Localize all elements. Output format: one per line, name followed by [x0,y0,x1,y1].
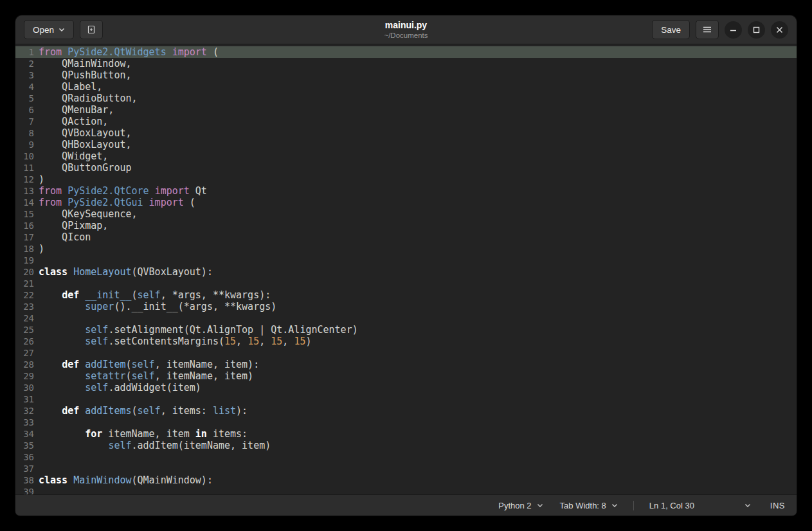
code-line[interactable]: 8 QVBoxLayout, [15,127,797,139]
line-number: 20 [15,266,39,278]
code-text: self.addWidget(item) [39,382,797,393]
line-number: 29 [15,370,39,382]
code-line[interactable]: 13from PySide2.QtCore import Qt [15,185,797,197]
menu-button[interactable] [696,20,719,39]
code-line[interactable]: 39 [15,486,797,494]
code-line[interactable]: 10 QWidget, [15,150,797,162]
code-line[interactable]: 2 QMainWindow, [15,58,797,69]
new-document-icon [86,24,96,35]
code-line[interactable]: 33 [15,417,797,428]
hamburger-menu-icon [702,24,712,35]
line-number: 26 [15,336,39,347]
code-line[interactable]: 15 QKeySequence, [15,208,797,220]
code-line[interactable]: 22 def __init__(self, *args, **kwargs): [15,289,797,301]
close-button[interactable] [771,21,788,39]
tab-width-selector[interactable]: Tab Width: 8 [559,498,619,513]
code-line[interactable]: 3 QPushButton, [15,69,797,81]
code-line[interactable]: 34 for itemName, item in items: [15,428,797,440]
code-line[interactable]: 18) [15,243,797,255]
code-line[interactable]: 28 def addItem(self, itemName, item): [15,359,797,370]
open-button[interactable]: Open [24,20,74,39]
code-line-current[interactable]: 1from PySide2.QtWidgets import ( [15,46,797,58]
code-line[interactable]: 32 def addItems(self, items: list): [15,405,797,417]
line-number: 2 [15,58,39,69]
code-line[interactable]: 6 QMenuBar, [15,104,797,116]
code-text: from PySide2.QtCore import Qt [39,185,797,197]
line-number: 19 [15,255,39,266]
code-text: ) [39,243,797,255]
code-line[interactable]: 12) [15,174,797,185]
chevron-down-icon [611,503,618,508]
document-title: mainui.py [385,20,427,30]
minimize-icon [725,21,742,39]
line-number: 27 [15,347,39,359]
save-button[interactable]: Save [652,20,690,39]
code-text: QPushButton, [39,69,797,81]
code-line[interactable]: 14from PySide2.QtGui import ( [15,197,797,208]
code-line[interactable]: 36 [15,451,797,463]
code-line[interactable]: 9 QHBoxLayout, [15,139,797,150]
code-line[interactable]: 31 [15,393,797,405]
status-bar: Python 2 Tab Width: 8 Ln 1, Col 30 INS [15,494,797,516]
open-button-label: Open [33,25,54,35]
code-line[interactable]: 21 [15,278,797,289]
line-number: 6 [15,104,39,116]
line-number: 37 [15,463,39,474]
minimize-button[interactable] [725,21,742,39]
code-text: class MainWindow(QMainWindow): [39,474,797,486]
header-left-group: Open [24,20,103,39]
header-bar: Open mainui.py ~/Documents [15,15,797,44]
code-line[interactable]: 27 [15,347,797,359]
code-line[interactable]: 5 QRadioButton, [15,93,797,104]
code-editor[interactable]: 1from PySide2.QtWidgets import (2 QMainW… [15,44,797,494]
new-document-button[interactable] [80,20,103,39]
code-text: from PySide2.QtGui import ( [39,197,797,208]
code-line[interactable]: 26 self.setContentsMargins(15, 15, 15, 1… [15,336,797,347]
code-text: setattr(self, itemName, item) [39,370,797,382]
code-line[interactable]: 16 QPixmap, [15,220,797,231]
code-text: QLabel, [39,81,797,93]
code-line[interactable]: 24 [15,312,797,324]
code-line[interactable]: 11 QButtonGroup [15,162,797,174]
code-line[interactable]: 20class HomeLayout(QVBoxLayout): [15,266,797,278]
text-editor-window: Open mainui.py ~/Documents [15,15,797,516]
code-text: QPixmap, [39,220,797,231]
line-number: 5 [15,93,39,104]
code-text [39,312,797,324]
code-line[interactable]: 38class MainWindow(QMainWindow): [15,474,797,486]
line-number: 25 [15,324,39,336]
line-number: 34 [15,428,39,440]
code-line[interactable]: 19 [15,255,797,266]
cursor-position-selector[interactable]: Ln 1, Col 30 [648,498,752,513]
code-text: class HomeLayout(QVBoxLayout): [39,266,797,278]
code-line[interactable]: 35 self.addItem(itemName, item) [15,440,797,451]
code-line[interactable]: 37 [15,463,797,474]
line-number: 4 [15,81,39,93]
line-number: 16 [15,220,39,231]
code-text: self.setAlignment(Qt.AlignTop | Qt.Align… [39,324,797,336]
code-line[interactable]: 4 QLabel, [15,81,797,93]
code-line[interactable]: 7 QAction, [15,116,797,127]
code-text [39,347,797,359]
code-line[interactable]: 30 self.addWidget(item) [15,382,797,393]
code-line[interactable]: 23 super().__init__(*args, **kwargs) [15,301,797,312]
line-number: 36 [15,451,39,463]
code-text: QIcon [39,231,797,243]
code-text: QWidget, [39,150,797,162]
language-selector[interactable]: Python 2 [497,498,544,513]
line-number: 23 [15,301,39,312]
code-line[interactable]: 17 QIcon [15,231,797,243]
code-text: super().__init__(*args, **kwargs) [39,301,797,312]
close-icon [771,21,788,39]
code-line[interactable]: 29 setattr(self, itemName, item) [15,370,797,382]
line-number: 7 [15,116,39,127]
line-number: 15 [15,208,39,220]
code-text: QButtonGroup [39,162,797,174]
tab-width-label: Tab Width: 8 [560,501,606,510]
code-text [39,393,797,405]
code-line[interactable]: 25 self.setAlignment(Qt.AlignTop | Qt.Al… [15,324,797,336]
line-number: 31 [15,393,39,405]
cursor-position-label: Ln 1, Col 30 [649,501,694,510]
maximize-button[interactable] [748,21,765,39]
line-number: 22 [15,289,39,301]
